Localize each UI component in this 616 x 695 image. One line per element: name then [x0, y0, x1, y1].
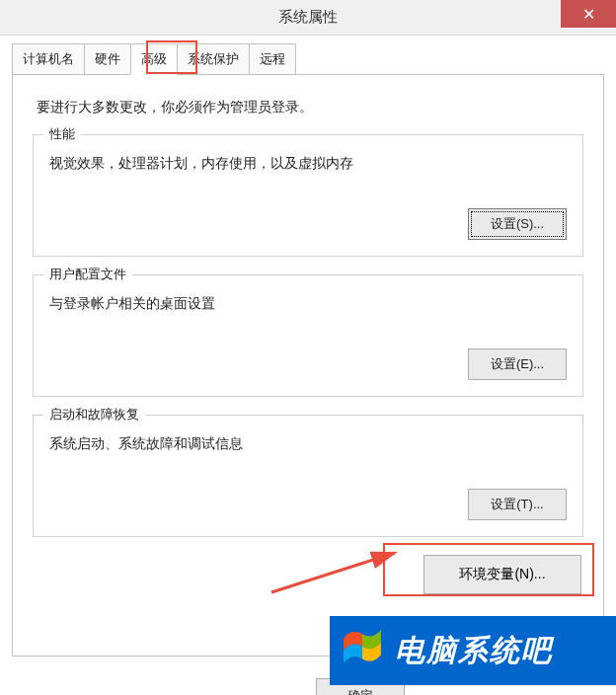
- group-desc: 与登录帐户相关的桌面设置: [49, 295, 567, 313]
- tab-label: 系统保护: [188, 51, 239, 66]
- group-title: 启动和故障恢复: [43, 406, 145, 424]
- tab-advanced[interactable]: 高级: [130, 43, 178, 75]
- window-title: 系统属性: [278, 8, 338, 27]
- group-title: 用户配置文件: [43, 266, 132, 283]
- watermark-banner: 电脑系统吧: [330, 616, 616, 685]
- group-title: 性能: [43, 125, 81, 143]
- performance-settings-button[interactable]: 设置(S)...: [468, 208, 567, 240]
- tab-label: 硬件: [95, 51, 120, 66]
- tab-strip: 计算机名 硬件 高级 系统保护 远程: [12, 43, 604, 75]
- tab-label: 远程: [260, 51, 285, 66]
- tab-system-protection[interactable]: 系统保护: [177, 43, 250, 75]
- close-button[interactable]: ✕: [561, 0, 616, 28]
- close-icon: ✕: [582, 5, 595, 24]
- windows-logo-icon: [342, 630, 383, 671]
- env-button-row: 环境变量(N)...: [33, 555, 583, 594]
- tab-label: 计算机名: [23, 51, 74, 66]
- tab-label: 高级: [141, 51, 167, 66]
- tab-computer-name[interactable]: 计算机名: [12, 43, 85, 75]
- admin-required-text: 要进行大多数更改，你必须作为管理员登录。: [37, 99, 583, 116]
- tab-panel-advanced: 要进行大多数更改，你必须作为管理员登录。 性能 视觉效果，处理器计划，内存使用，…: [12, 74, 604, 656]
- environment-variables-button[interactable]: 环境变量(N)...: [424, 555, 581, 594]
- group-user-profiles: 用户配置文件 与登录帐户相关的桌面设置 设置(E)...: [33, 274, 583, 397]
- profiles-settings-button[interactable]: 设置(E)...: [468, 348, 567, 380]
- dialog-content: 计算机名 硬件 高级 系统保护 远程 要进行大多数更改，你必须作为管理员登录。 …: [0, 36, 616, 695]
- tab-remote[interactable]: 远程: [249, 43, 296, 75]
- group-startup-recovery: 启动和故障恢复 系统启动、系统故障和调试信息 设置(T)...: [33, 415, 583, 537]
- group-desc: 视觉效果，处理器计划，内存使用，以及虚拟内存: [49, 155, 567, 173]
- group-desc: 系统启动、系统故障和调试信息: [49, 435, 567, 453]
- watermark-text: 电脑系统吧: [395, 631, 553, 671]
- group-performance: 性能 视觉效果，处理器计划，内存使用，以及虚拟内存 设置(S)...: [33, 134, 583, 257]
- tab-hardware[interactable]: 硬件: [84, 43, 131, 75]
- titlebar: 系统属性 ✕: [0, 0, 616, 36]
- startup-settings-button[interactable]: 设置(T)...: [468, 489, 567, 520]
